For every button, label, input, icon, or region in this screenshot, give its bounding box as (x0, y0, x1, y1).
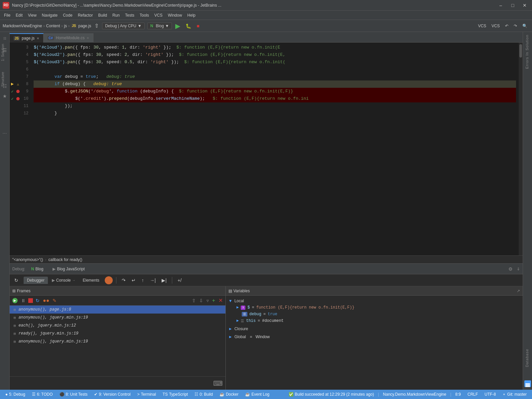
pause-button[interactable]: ⏸ (20, 297, 27, 304)
menu-tests[interactable]: Tests (122, 12, 137, 19)
run-config-dropdown[interactable]: N Blog ▼ (147, 23, 172, 29)
restart-debug-button[interactable]: ↻ (12, 277, 20, 284)
tab-pagejs[interactable]: JS page.js ✕ (10, 33, 44, 43)
reload-button[interactable]: ↻ (34, 297, 41, 304)
frames-down-button[interactable]: ⇩ (198, 297, 204, 304)
var-item-debug[interactable]: ☰ debug = true (228, 311, 520, 318)
toolbar-breadcrumb-pagejs[interactable]: page.js (78, 24, 91, 28)
errors-panel-label[interactable]: Errors In Solution (523, 32, 532, 71)
debug-settings-icon[interactable]: ⚙ (508, 266, 513, 272)
toolbar-redo-btn[interactable]: ↷ (512, 23, 519, 29)
status-typescript[interactable]: TS TypeScript (160, 392, 191, 397)
evaluate-button[interactable]: +/ (176, 277, 184, 284)
sidebar-solution-icon[interactable]: ☷ (0, 34, 9, 43)
status-encoding[interactable]: UTF-8 (482, 392, 498, 397)
debug-tab-blogjs[interactable]: ▶ Blog JavaScript (49, 265, 88, 273)
frames-filter-button[interactable]: ▿ (205, 297, 210, 304)
tab-pagejs-close[interactable]: ✕ (37, 37, 39, 40)
menu-edit[interactable]: Edit (13, 12, 25, 19)
status-build[interactable]: ☷ 0: Build (192, 392, 215, 397)
vcs-commit-btn[interactable]: VCS (489, 23, 502, 29)
menu-code[interactable]: Code (60, 12, 75, 19)
frame-item-2[interactable]: ⊞ each(), jquery.min.js:12 (10, 322, 225, 330)
status-docker[interactable]: ☕ Docker (217, 392, 241, 397)
menu-run[interactable]: Run (110, 12, 122, 19)
status-git[interactable]: ⚬ Git: master (500, 392, 529, 397)
resume-execution-button[interactable]: ▶ (11, 297, 19, 304)
frame-item-3[interactable]: ⊞ ready(), jquery.min.js:19 (10, 330, 225, 337)
var-item-this[interactable]: ► ☰ this = #document (228, 318, 520, 324)
status-event-log[interactable]: ☕ Event Log (242, 392, 272, 397)
step-out-button[interactable]: ↑ (140, 277, 146, 284)
toolbar-breadcrumb-content[interactable]: Content (46, 24, 60, 28)
frame-item-1[interactable]: ⊞ anonymous(), jquery.min.js:19 (10, 314, 225, 322)
breadcrumb-callback[interactable]: callback for ready() (49, 257, 82, 262)
menu-view[interactable]: View (25, 12, 39, 19)
breakpoint-dot-9[interactable] (16, 90, 20, 93)
var-group-global-header[interactable]: ► Global = Window (228, 333, 520, 340)
var-group-local-header[interactable]: ▼ Local (228, 298, 520, 304)
sidebar-favorites-icon[interactable]: ★ (0, 92, 9, 100)
step-into-button[interactable]: ↵ (130, 277, 138, 284)
run-button[interactable]: ▶ (173, 21, 182, 31)
sidebar-more-icon[interactable]: … (0, 128, 9, 136)
menu-window[interactable]: Window (165, 12, 185, 19)
toolbar-search-btn[interactable]: 🔍 (520, 23, 529, 29)
run-to-cursor-button[interactable]: →| (148, 277, 158, 284)
status-debug[interactable]: ● 5: Debug (3, 392, 28, 397)
status-build-status-icon: ✅ (289, 392, 294, 397)
toolbar-undo-btn[interactable]: ↶ (503, 23, 510, 29)
vars-collapse-btn[interactable]: ↗ (517, 289, 520, 293)
close-button[interactable]: ✕ (520, 2, 529, 9)
var-item-dollar[interactable]: ► λ $ = function (E,F){return new o.fn.i… (228, 304, 520, 311)
debug-tab-blog[interactable]: N Blog (28, 265, 47, 273)
minimize-button[interactable]: – (496, 2, 505, 9)
frame-item-4[interactable]: ⊞ anonymous(), jquery.min.js:19 (10, 337, 225, 345)
structure-panel-label[interactable]: Structure (0, 70, 5, 89)
toolbar-breadcrumb-markdownviewengine[interactable]: MarkdownViewEngine (3, 24, 42, 28)
debug-download-icon[interactable]: ⇓ (517, 267, 520, 271)
step-over-button[interactable]: ↷ (120, 277, 128, 284)
menu-tools[interactable]: Tools (137, 12, 152, 19)
menu-help[interactable]: Help (185, 12, 198, 19)
menu-vcs[interactable]: VCS (152, 12, 165, 19)
toolbar-breadcrumb-js[interactable]: js (64, 24, 67, 28)
status-unit-tests[interactable]: ⚫ 8: Unit Tests (57, 392, 90, 397)
var-expand-dollar[interactable]: ► (236, 305, 239, 310)
console-tab[interactable]: ▶ Console → (49, 277, 79, 284)
var-expand-this[interactable]: ► (236, 319, 239, 323)
resume-button[interactable]: ▶| (160, 277, 169, 284)
elements-tab[interactable]: Elements (79, 277, 103, 284)
debug-button[interactable]: 🐛 (184, 23, 193, 29)
menu-refactor[interactable]: Refactor (75, 12, 95, 19)
solution-panel-label[interactable]: 1: Solution (0, 42, 5, 63)
stop-frame-button[interactable] (28, 298, 33, 303)
tab-homemodule-close[interactable]: ✕ (86, 36, 89, 40)
vcs-update-btn[interactable]: VCS (476, 23, 488, 29)
database-panel-label[interactable]: Database (523, 346, 532, 370)
screenshot-button[interactable]: ⌨ (213, 379, 223, 387)
breadcrumb-anonymous[interactable]: "<anonymous>"() (12, 257, 43, 262)
menu-file[interactable]: File (1, 12, 13, 19)
status-version-control[interactable]: ✔ 9: Version Control (91, 392, 133, 397)
tab-homemodule[interactable]: C# HomeModule.cs ✕ (44, 33, 94, 43)
toolbar-upload-btn[interactable]: ⇧ (92, 22, 101, 30)
debugger-tab[interactable]: Debugger (24, 277, 48, 284)
frames-up-button[interactable]: ⇧ (191, 297, 197, 304)
status-terminal[interactable]: > Terminal (135, 392, 159, 397)
menu-build[interactable]: Build (95, 12, 110, 19)
debug-config-dropdown[interactable]: Debug | Any CPU ▼ (102, 23, 145, 29)
menu-navigate[interactable]: Navigate (39, 12, 60, 19)
breakpoint-dot-10[interactable] (16, 97, 20, 100)
maximize-button[interactable]: □ (508, 2, 517, 9)
frames-add-button[interactable]: + (211, 297, 216, 304)
title-bar: RD Nancy [D:\Projects\Git\Demo\Nancy] - … (0, 0, 532, 11)
status-line-ending[interactable]: CRLF (465, 392, 480, 397)
var-group-closure-header[interactable]: ► Closure (228, 326, 520, 332)
status-todo[interactable]: ☰ 6: TODO (29, 392, 56, 397)
frames-close-button[interactable]: ✕ (217, 297, 224, 304)
stop-button[interactable]: ■ (195, 23, 201, 29)
breakpoints-button[interactable]: ●● (42, 297, 51, 304)
edit-breakpoints-button[interactable]: ✎ (51, 297, 58, 304)
frame-item-0[interactable]: ⊞ anonymous(), page.js:8 (10, 306, 225, 314)
